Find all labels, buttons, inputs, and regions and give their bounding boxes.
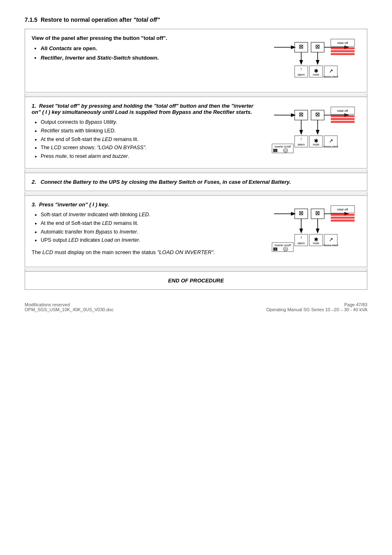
svg-text:⊠: ⊠ [299,111,304,118]
list-item: Automatic transfer from Bypass to Invert… [41,228,262,236]
svg-text:↗: ↗ [329,68,333,74]
svg-text:⊠: ⊠ [315,111,320,118]
box-section-2: 1. Reset "total off" by pressing and hol… [25,97,367,169]
svg-rect-59 [331,217,355,219]
svg-rect-31 [331,118,355,120]
svg-rect-8 [331,47,355,49]
svg-text:⊠: ⊠ [315,44,320,50]
svg-text:mute: mute [313,143,319,146]
svg-text:⊠: ⊠ [299,44,304,50]
svg-text:↗: ↗ [329,138,333,144]
svg-rect-10 [331,53,355,55]
list-item: Output connects to Bypass Utility. [41,118,262,126]
svg-text:↗: ↗ [329,236,333,243]
svg-text:total off: total off [337,41,348,45]
svg-rect-58 [331,214,355,216]
separator-2 [25,169,367,173]
list-item: At the end of Soft-start the LED remains… [41,220,262,227]
box-section-4: 3. Press "inverter on" ( I ) key. Soft-s… [25,195,367,267]
list-item: Rectifier, Inverter and Static-Switch sh… [41,54,262,62]
page-title: 7.1.5 Restore to normal operation after … [25,16,367,23]
separator-4 [25,268,367,271]
svg-text:O: O [284,149,287,152]
step3-bullets: Soft-start of Inverter indicated with bl… [41,211,262,244]
svg-text:!: ! [301,67,302,71]
list-item: All Contacts are open. [41,44,262,53]
svg-text:mute: mute [313,73,319,76]
svg-rect-60 [331,220,355,222]
svg-text:alarm: alarm [297,143,305,146]
list-item: Rectifier starts with blinking LED. [41,127,262,135]
svg-text:alarm: alarm [297,73,305,76]
svg-rect-32 [331,121,355,123]
svg-text:I: I [275,248,276,251]
svg-text:inverter on/off: inverter on/off [274,145,291,148]
separator-1 [25,93,367,97]
svg-text:total off: total off [337,208,348,211]
end-procedure-label: END OF PROCEDURE [168,278,224,284]
svg-text:inverter on/off: inverter on/off [274,244,291,247]
svg-text:service check: service check [323,244,339,246]
separator-3 [25,192,367,195]
list-item: The LCD screen shows: "LOAD ON BYPASS". [41,144,262,152]
svg-text:service check: service check [323,75,339,78]
panel-diagram-2: ⊠ ⊠ total off ! alarm ✱ [270,103,360,162]
box1-text: View of the panel after pressing the but… [32,35,262,63]
list-item: Press mute, to reset alarm and buzzer. [41,153,262,160]
list-item: Soft-start of Inverter indicated with bl… [41,211,262,219]
page-footer: Modifications reserved OPM_SGS_USM_10K_4… [25,302,367,312]
svg-text:⊠: ⊠ [299,210,304,216]
footer-left: Modifications reserved OPM_SGS_USM_10K_4… [25,302,113,312]
svg-text:!: ! [301,137,302,141]
step1-bullets: Output connects to Bypass Utility. Recti… [41,118,262,160]
svg-text:I: I [275,149,276,152]
footer-right: Page 47/83 Operating Manual SG Series 10… [266,302,367,312]
svg-text:O: O [284,248,287,251]
svg-text:⊠: ⊠ [315,210,320,216]
end-procedure-box: END OF PROCEDURE [25,271,367,290]
list-item: UPS output LED indicates Load on Inverte… [41,236,262,244]
svg-text:mute: mute [313,242,319,245]
svg-rect-30 [331,115,355,117]
svg-text:alarm: alarm [297,242,305,245]
box-section-3: 2. Connect the Battery to the UPS by clo… [25,173,367,191]
box-section-1: View of the panel after pressing the but… [25,29,367,92]
panel-diagram-1: ⊠ ⊠ total off ! alarm ✱ [270,35,360,86]
step1-text: 1. Reset "total off" by pressing and hol… [32,103,262,161]
svg-rect-9 [331,50,355,52]
box1-bullets: All Contacts are open. Rectifier, Invert… [41,44,262,62]
svg-text:service check: service check [323,145,339,148]
list-item: At the end of Soft-start the LED remains… [41,136,262,143]
panel-diagram-3: ⊠ ⊠ total off ! alarm ✱ [270,201,360,261]
step3-text: 3. Press "inverter on" ( I ) key. Soft-s… [32,201,262,255]
svg-text:total off: total off [337,109,348,113]
svg-text:!: ! [301,236,302,240]
